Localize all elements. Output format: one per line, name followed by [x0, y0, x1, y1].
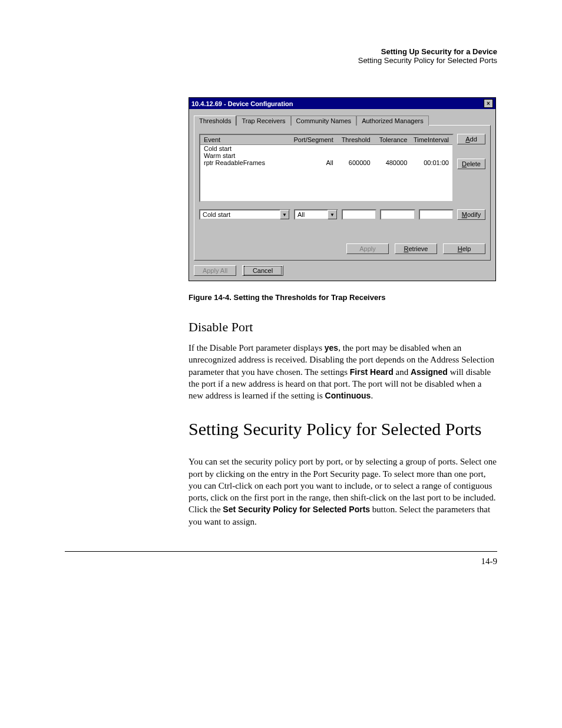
cell-time [407, 145, 449, 152]
col-threshold: Threshold [333, 136, 371, 143]
list-row[interactable]: rptr ReadableFrames All 600000 480000 00… [200, 159, 452, 166]
section-title: Setting Security Policy for Selected Por… [189, 56, 497, 65]
modify-button[interactable]: Modify [457, 209, 485, 220]
port-combo-value: All [297, 211, 326, 218]
tolerance-input[interactable] [380, 209, 415, 220]
event-combo[interactable]: Cold start ▼ [199, 209, 290, 220]
cell-time [407, 152, 449, 159]
chapter-title: Setting Up Security for a Device [189, 47, 497, 56]
cell-event: Warm start [204, 152, 292, 159]
event-combo-value: Cold start [203, 211, 279, 218]
port-combo[interactable]: All ▼ [294, 209, 338, 220]
delete-button[interactable]: Delete [457, 159, 485, 169]
cancel-button[interactable]: Cancel [242, 265, 283, 276]
close-icon[interactable]: × [484, 99, 493, 108]
cell-tolerance [371, 145, 408, 152]
cancel-button-label: Cancel [244, 266, 281, 275]
col-time-interval: TimeInterval [407, 136, 449, 143]
col-tolerance: Tolerance [371, 136, 408, 143]
device-config-dialog: 10.4.12.69 - Device Configuration × Thre… [189, 97, 496, 281]
cell-time: 00:01:00 [407, 159, 449, 166]
bold-yes: yes [325, 343, 338, 353]
figure-caption: Figure 14-4. Setting the Thresholds for … [189, 293, 497, 302]
dialog-title: 10.4.12.69 - Device Configuration [191, 100, 293, 107]
list-row[interactable]: Warm start [200, 152, 452, 159]
bold-first-heard: First Heard [350, 367, 394, 377]
col-event: Event [204, 136, 292, 143]
disable-port-paragraph: If the Disable Port parameter displays y… [189, 342, 497, 401]
page-header: Setting Up Security for a Device Setting… [189, 47, 497, 65]
selected-ports-paragraph: You can set the security policy port by … [189, 456, 497, 528]
cell-tolerance: 480000 [371, 159, 408, 166]
time-interval-input[interactable] [419, 209, 454, 220]
list-header: Event Port/Segment Threshold Tolerance T… [200, 135, 452, 145]
chevron-down-icon[interactable]: ▼ [280, 210, 289, 219]
bold-continuous: Continuous [325, 391, 371, 400]
tab-strip: Thresholds Trap Receivers Community Name… [194, 115, 491, 125]
bold-assigned: Assigned [411, 367, 448, 377]
text: . [371, 391, 373, 400]
selected-ports-heading: Setting Security Policy for Selected Por… [189, 419, 497, 439]
dialog-titlebar: 10.4.12.69 - Device Configuration × [189, 98, 495, 109]
disable-port-heading: Disable Port [189, 319, 497, 335]
cell-threshold [333, 152, 371, 159]
chevron-down-icon[interactable]: ▼ [328, 210, 337, 219]
cell-event: Cold start [204, 145, 292, 152]
thresholds-panel: Event Port/Segment Threshold Tolerance T… [194, 125, 491, 261]
text: If the Disable Port parameter displays [189, 343, 325, 353]
col-port-segment: Port/Segment [292, 136, 333, 143]
apply-all-button[interactable]: Apply All [194, 265, 236, 276]
cell-port [292, 145, 333, 152]
cell-port: All [292, 159, 333, 166]
cell-threshold: 600000 [333, 159, 371, 166]
list-row[interactable]: Cold start [200, 145, 452, 152]
retrieve-button[interactable]: Retrieve [395, 243, 437, 254]
tab-community-names[interactable]: Community Names [291, 116, 357, 126]
thresholds-listbox[interactable]: Event Port/Segment Threshold Tolerance T… [199, 134, 454, 202]
cell-tolerance [371, 152, 408, 159]
threshold-input[interactable] [342, 209, 376, 220]
tab-thresholds[interactable]: Thresholds [194, 116, 236, 126]
text: and [394, 367, 411, 377]
cell-port [292, 152, 333, 159]
bold-set-security-policy: Set Security Policy for Selected Ports [223, 505, 370, 514]
tab-trap-receivers[interactable]: Trap Receivers [236, 116, 290, 126]
page-number: 14-9 [65, 556, 497, 566]
apply-button[interactable]: Apply [346, 243, 389, 254]
cell-event: rptr ReadableFrames [204, 159, 292, 166]
footer-divider [65, 551, 497, 552]
help-button[interactable]: Help [443, 243, 485, 254]
add-button[interactable]: Add [457, 134, 485, 144]
cell-threshold [333, 145, 371, 152]
tab-authorized-managers[interactable]: Authorized Managers [356, 116, 429, 126]
